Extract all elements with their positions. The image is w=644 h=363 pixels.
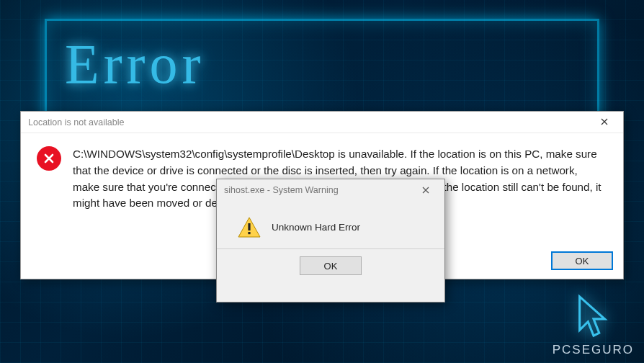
warn-close-button[interactable] (410, 180, 442, 200)
warn-title: sihost.exe - System Warning (224, 185, 410, 195)
warn-button-row: OK (217, 248, 444, 282)
warn-titlebar[interactable]: sihost.exe - System Warning (217, 179, 444, 201)
bg-error-word: Error (65, 32, 205, 97)
warn-body: Unknown Hard Error (217, 201, 444, 248)
bg-cursor-icon (576, 294, 611, 339)
close-button[interactable] (589, 112, 620, 133)
svg-rect-1 (248, 232, 250, 234)
system-warning-dialog: sihost.exe - System Warning Unknown Hard… (216, 179, 445, 302)
dialog-button-row: OK (551, 251, 613, 270)
dialog-title: Location is not available (28, 117, 589, 127)
close-icon (601, 117, 608, 127)
warn-ok-button[interactable]: OK (300, 256, 362, 275)
close-icon (422, 185, 429, 196)
svg-rect-0 (248, 223, 250, 230)
error-icon (37, 146, 61, 171)
watermark: PCSEGURO (553, 343, 634, 357)
warn-message: Unknown Hard Error (272, 220, 360, 235)
warning-icon (237, 215, 261, 240)
ok-button[interactable]: OK (551, 251, 613, 270)
dialog-titlebar[interactable]: Location is not available (21, 112, 623, 133)
